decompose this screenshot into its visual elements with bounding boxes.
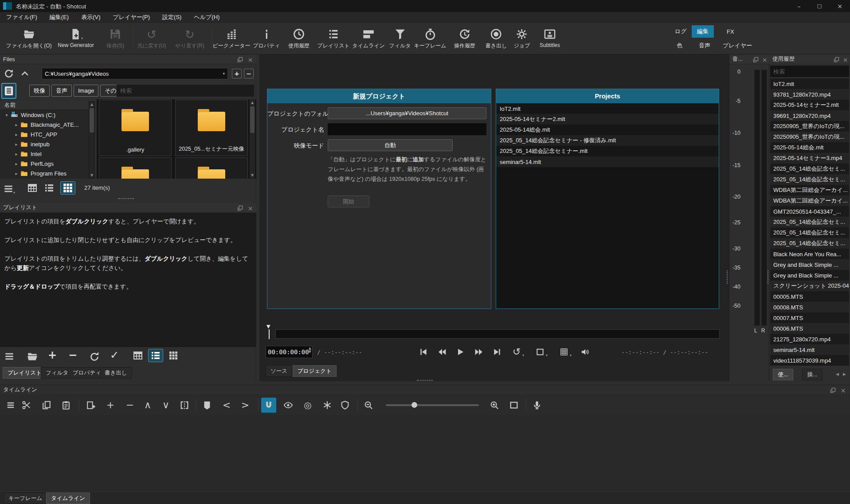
tree-item[interactable]: ▸inetpub bbox=[0, 139, 95, 149]
path-combobox[interactable]: C:¥Users¥ganga¥Videos ▾ bbox=[42, 68, 228, 79]
tab-scroll-right-icon[interactable]: ▶ bbox=[843, 372, 846, 376]
add-location-button[interactable]: + bbox=[232, 69, 242, 78]
dropdown-icon[interactable]: ▾ bbox=[546, 353, 548, 357]
close-panel-icon[interactable]: × bbox=[247, 56, 254, 63]
recent-item[interactable]: 00008.MTS bbox=[770, 302, 849, 313]
history-button[interactable]: 操作履歴 bbox=[454, 25, 475, 50]
layout-tab-FX[interactable]: FX bbox=[721, 25, 740, 38]
layout-tab-ログ[interactable]: ログ bbox=[670, 25, 692, 38]
folder-tile[interactable] bbox=[175, 157, 248, 179]
tab-ソース[interactable]: ソース bbox=[266, 365, 292, 377]
timeline-menu-button[interactable] bbox=[3, 398, 18, 413]
playhead-icon[interactable]: ▼ bbox=[266, 324, 270, 329]
zoom-timeline-in-button[interactable] bbox=[487, 398, 502, 413]
recent-item[interactable]: 00005.MTS bbox=[770, 291, 849, 302]
lift-button[interactable]: ∧ bbox=[140, 398, 155, 413]
splitter-handle[interactable] bbox=[417, 380, 433, 381]
splitter-handle[interactable] bbox=[118, 198, 134, 199]
filter-Image[interactable]: Image bbox=[74, 85, 98, 97]
grid-scrollbar[interactable]: ▲ ▼ bbox=[249, 99, 255, 179]
recent-search-input[interactable] bbox=[770, 66, 849, 77]
tab-scroll-left-icon[interactable]: ◀ bbox=[836, 372, 839, 376]
recent-item[interactable]: 2025_05_14総会記念セミ... bbox=[770, 227, 849, 238]
playlist-menu-button[interactable] bbox=[4, 351, 15, 362]
export-button[interactable]: 書き出し bbox=[486, 25, 507, 50]
recent-item[interactable]: seminar5-14.mlt bbox=[770, 344, 849, 355]
close-panel-icon[interactable]: × bbox=[247, 205, 254, 211]
cut-button[interactable] bbox=[19, 398, 34, 413]
recent-item[interactable]: 2025_05_14総会記念セミ... bbox=[770, 238, 849, 249]
update-button[interactable] bbox=[89, 351, 100, 362]
layout-tab-音声[interactable]: 音声 bbox=[694, 41, 715, 50]
menu-表示(V)[interactable]: 表示(V) bbox=[75, 12, 106, 23]
recent-item[interactable]: 93781_1280x720.mp4 bbox=[770, 89, 849, 100]
list-view-button[interactable] bbox=[148, 349, 163, 362]
tree-scrollbar[interactable]: ▲ ▼ bbox=[89, 101, 95, 179]
skip-to-end-button[interactable] bbox=[490, 344, 505, 359]
expander-icon[interactable]: ▸ bbox=[13, 132, 20, 137]
close-button[interactable]: × bbox=[830, 0, 850, 12]
float-panel-icon[interactable] bbox=[752, 56, 759, 63]
zoom-slider-handle[interactable] bbox=[411, 402, 417, 408]
dock-tab-使...[interactable]: 使... bbox=[773, 369, 793, 380]
split-button[interactable] bbox=[177, 398, 192, 413]
recent-item[interactable]: 2025-05-14セミナー2.mlt bbox=[770, 100, 849, 110]
recent-item[interactable]: 00006.MTS bbox=[770, 323, 849, 334]
project-folder-button[interactable]: ...Users¥ganga¥Videos¥Shotcut bbox=[328, 107, 486, 119]
record-audio-button[interactable] bbox=[529, 398, 544, 413]
scrub-bar[interactable] bbox=[275, 329, 720, 339]
recent-item[interactable]: 39691_1280x720.mp4 bbox=[770, 110, 849, 121]
recent-item[interactable]: 20250905_世界のIoTの現... bbox=[770, 132, 849, 142]
volume-button[interactable] bbox=[577, 344, 592, 359]
tree-item[interactable]: ▸Program Files bbox=[0, 168, 95, 178]
dropdown-icon[interactable]: ▾ bbox=[570, 353, 572, 357]
tree-item[interactable]: ▸Blackmagic_ATE... bbox=[0, 120, 95, 129]
close-panel-icon[interactable]: × bbox=[761, 56, 768, 63]
float-panel-icon[interactable] bbox=[237, 205, 243, 211]
zoom-slider[interactable] bbox=[386, 404, 479, 406]
video-mode-button[interactable]: 自動 bbox=[328, 139, 453, 151]
open-file-button[interactable]: ファイルを開く(O) bbox=[6, 25, 51, 50]
rewind-button[interactable] bbox=[435, 344, 450, 359]
expander-icon[interactable]: ▸ bbox=[13, 122, 20, 127]
tree-item[interactable]: ▸PerfLogs bbox=[0, 159, 95, 168]
close-panel-icon[interactable]: × bbox=[842, 56, 849, 63]
expander-icon[interactable]: ▾ bbox=[4, 113, 10, 117]
tab-プロジェクト[interactable]: プロジェクト bbox=[293, 365, 337, 377]
filters-button[interactable]: フィルタ bbox=[389, 25, 411, 50]
previous-marker-button[interactable]: < bbox=[219, 398, 234, 413]
float-panel-icon[interactable] bbox=[833, 56, 840, 63]
float-panel-icon[interactable] bbox=[830, 387, 836, 394]
recent-item[interactable]: 2025_05_14総会記念セミ... bbox=[770, 164, 849, 174]
recent-item[interactable]: 2025-05-14セミナー3.mp4 bbox=[770, 153, 849, 164]
detail-view-button[interactable] bbox=[130, 349, 145, 362]
spin-down-icon[interactable]: ▼ bbox=[309, 350, 311, 354]
keyframes-button[interactable]: キーフレーム bbox=[414, 25, 446, 50]
start-button[interactable]: 開始 bbox=[328, 195, 369, 207]
recent-item[interactable]: Grey and Black Simple ... bbox=[770, 270, 849, 281]
play-button[interactable] bbox=[453, 344, 468, 359]
scrub-while-dragging-button[interactable] bbox=[281, 398, 296, 413]
recent-item[interactable]: 2025-05-14総会.mlt bbox=[770, 142, 849, 153]
dock-tab-キーフレーム[interactable]: キーフレーム bbox=[4, 492, 47, 504]
icon-view-button[interactable] bbox=[166, 349, 181, 362]
folder-tile[interactable]: .gallery bbox=[99, 100, 172, 156]
tree-item[interactable]: ▸HTC_APP bbox=[0, 129, 95, 139]
project-item[interactable]: 2025_05_14総会記念セミナー.mlt bbox=[496, 146, 719, 156]
recent-item[interactable]: Black Neon Are You Rea... bbox=[770, 249, 849, 259]
recent-item[interactable]: WDBA第二回総会アーカイ... bbox=[770, 185, 849, 195]
menu-プレイヤー(P)[interactable]: プレイヤー(P) bbox=[107, 12, 157, 23]
copy-button[interactable] bbox=[39, 398, 54, 413]
recent-item[interactable]: video1118573039.mp4 bbox=[770, 355, 849, 366]
maximize-button[interactable]: □ bbox=[809, 0, 830, 12]
recent-item[interactable]: WDBA第二回総会アーカイ... bbox=[770, 195, 849, 206]
timeline-button[interactable]: タイムライン bbox=[352, 25, 385, 50]
dropdown-icon[interactable]: ▾ bbox=[522, 353, 524, 357]
tab-プレイリスト[interactable]: プレイリスト bbox=[3, 367, 47, 379]
create-marker-button[interactable] bbox=[200, 398, 215, 413]
overwrite-button[interactable]: ∨ bbox=[158, 398, 173, 413]
files-search-input[interactable] bbox=[117, 85, 254, 97]
expander-icon[interactable]: ▸ bbox=[13, 142, 20, 147]
redo-button[interactable]: ↻やり直す(R) bbox=[175, 25, 204, 50]
tree-name-header[interactable]: 名前 bbox=[0, 101, 95, 110]
